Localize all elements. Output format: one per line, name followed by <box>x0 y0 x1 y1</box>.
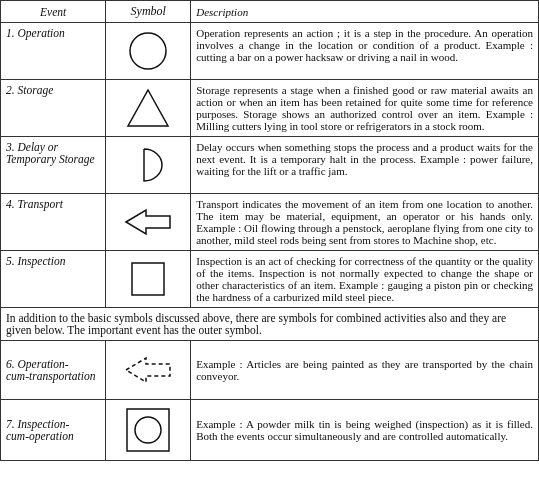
desc-delay: Delay occurs when something stops the pr… <box>191 137 538 194</box>
table-row: 4. Transport Transport indicates the mov… <box>1 194 538 251</box>
desc-inspection: Inspection is an act of checking for cor… <box>191 251 538 308</box>
event-operation: 1. Operation <box>1 23 106 80</box>
desc-operation: Operation represents an action ; it is a… <box>191 23 538 80</box>
svg-rect-5 <box>127 409 169 451</box>
event-label: Operation <box>18 27 65 39</box>
svg-rect-3 <box>132 263 164 295</box>
event-label: Delay orTemporary Storage <box>6 141 95 165</box>
table-row: 5. Inspection Inspection is an act of ch… <box>1 251 538 308</box>
desc-storage: Storage represents a stage when a finish… <box>191 80 538 137</box>
svg-point-0 <box>130 33 166 69</box>
svg-marker-4 <box>126 358 170 382</box>
event-num: 3. <box>6 141 18 153</box>
header-symbol: Symbol <box>106 1 191 23</box>
table-row: 1. Operation Operation represents an act… <box>1 23 538 80</box>
desc-transport: Transport indicates the movement of an i… <box>191 194 538 251</box>
main-table: Event Symbol Description 1. Operation Op… <box>0 0 539 461</box>
event-num: 6. <box>6 358 18 370</box>
event-op-transport: 6. Operation-cum-transportation <box>1 341 106 400</box>
note-text: In addition to the basic symbols discuss… <box>1 308 538 341</box>
header-event: Event <box>1 1 106 23</box>
event-delay: 3. Delay orTemporary Storage <box>1 137 106 194</box>
event-inspection: 5. Inspection <box>1 251 106 308</box>
event-label: Storage <box>18 84 54 96</box>
note-row: In addition to the basic symbols discuss… <box>1 308 538 341</box>
event-num: 1. <box>6 27 18 39</box>
header-desc: Description <box>191 1 538 23</box>
event-num: 5. <box>6 255 18 267</box>
event-num: 4. <box>6 198 18 210</box>
event-storage: 2. Storage <box>1 80 106 137</box>
event-num: 7. <box>6 418 18 430</box>
symbol-op-transport <box>106 341 191 400</box>
symbol-transport <box>106 194 191 251</box>
table-row: 2. Storage Storage represents a stage wh… <box>1 80 538 137</box>
symbol-operation <box>106 23 191 80</box>
symbol-delay <box>106 137 191 194</box>
desc-insp-op: Example : A powder milk tin is being wei… <box>191 400 538 461</box>
table-row: 7. Inspection-cum-operation Example : A … <box>1 400 538 461</box>
event-label: Inspection <box>18 255 66 267</box>
symbol-insp-op <box>106 400 191 461</box>
svg-marker-1 <box>128 90 168 126</box>
event-insp-op: 7. Inspection-cum-operation <box>1 400 106 461</box>
svg-point-6 <box>135 417 161 443</box>
event-transport: 4. Transport <box>1 194 106 251</box>
symbol-inspection <box>106 251 191 308</box>
svg-marker-2 <box>126 210 170 234</box>
event-label: Operation-cum-transportation <box>6 358 95 382</box>
event-label: Transport <box>18 198 63 210</box>
desc-op-transport: Example : Articles are being painted as … <box>191 341 538 400</box>
table-row: 6. Operation-cum-transportation Example … <box>1 341 538 400</box>
event-num: 2. <box>6 84 18 96</box>
table-row: 3. Delay orTemporary Storage Delay occur… <box>1 137 538 194</box>
symbol-storage <box>106 80 191 137</box>
